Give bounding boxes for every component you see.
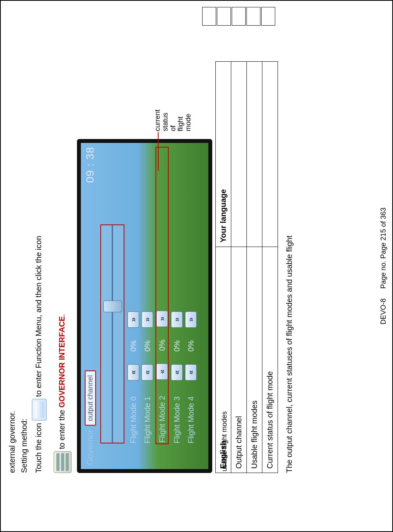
- increase-button[interactable]: »: [128, 311, 139, 328]
- governor-icon: [54, 451, 72, 473]
- annotation-line1: current status: [154, 110, 169, 131]
- footer-model: DEVO-8: [379, 299, 387, 325]
- screen-title: Governor: [85, 429, 95, 465]
- flight-mode-row: Flight Mode 4«0%»: [185, 147, 197, 443]
- para-external-governor: external governor.: [8, 7, 17, 473]
- text-enter-post: .: [58, 314, 66, 316]
- annotation-line2: of flight mode: [169, 114, 192, 131]
- flight-mode-label: Flight Mode 3: [173, 385, 182, 443]
- translation-table-wrap: English Your language Output channel Usa…: [215, 7, 278, 473]
- decrease-button[interactable]: «: [171, 364, 183, 381]
- row-current-status: Current status of flight mode: [262, 247, 278, 473]
- para-bottom: The output channel, current statuses of …: [285, 7, 294, 473]
- flight-mode-value: 0%: [143, 332, 152, 360]
- small-empty-cells: [201, 6, 276, 26]
- clock: 09 : 38: [84, 147, 96, 183]
- flight-mode-value: 0%: [173, 332, 182, 360]
- para-touch-icon: Touch the icon to enter Function Menu, a…: [32, 7, 47, 473]
- text-touch-pre: Touch the icon: [34, 423, 43, 473]
- row-current-status-lang: [262, 62, 278, 247]
- slider-thumb[interactable]: [103, 301, 122, 312]
- translation-table: English Your language Output channel Usa…: [215, 61, 278, 473]
- flight-mode-row: Flight Mode 3«0%»: [171, 147, 183, 443]
- row-usable-modes: Usable flight modes: [247, 247, 262, 473]
- content: external governor. Setting method: Touch…: [5, 7, 294, 473]
- increase-button[interactable]: »: [156, 311, 168, 327]
- footer-pageno: Page no. Page 215 of 363: [379, 207, 387, 289]
- decrease-button[interactable]: «: [185, 364, 197, 381]
- flight-mode-value: 0%: [187, 332, 196, 360]
- page-frame: external governor. Setting method: Touch…: [0, 0, 393, 532]
- row-usable-modes-lang: [247, 62, 262, 247]
- th-your-language: Your language: [216, 62, 231, 247]
- page-footer: DEVO-8 Page no. Page 215 of 363: [379, 207, 388, 324]
- flight-mode-label: Flight Mode 1: [143, 385, 152, 443]
- row-output-channel: Output channel: [231, 247, 247, 473]
- decrease-button[interactable]: «: [156, 363, 168, 380]
- flight-mode-value: 0%: [129, 332, 138, 360]
- flight-mode-label: Flight Mode 4: [187, 385, 196, 443]
- text-governor-interface: GOVERNOR INTERFACE: [58, 316, 66, 408]
- th-english: English: [216, 247, 231, 473]
- flight-mode-row: Flight Mode 1«0%»: [141, 147, 153, 443]
- flight-mode-label: Flight Mode 2: [158, 384, 167, 443]
- para-enter-interface: to enter the GOVERNOR INTERFACE.: [54, 7, 72, 473]
- annotation-current-status: current status of flight mode: [154, 110, 192, 131]
- output-channel-label: output channel: [85, 370, 96, 426]
- flight-mode-label: Flight Mode 0: [129, 385, 138, 443]
- increase-button[interactable]: »: [141, 311, 153, 328]
- governor-screenshot: Governor output channel 09 : 38 Flight M…: [77, 139, 212, 473]
- decrease-button[interactable]: «: [128, 364, 139, 381]
- increase-button[interactable]: »: [171, 311, 183, 328]
- function-menu-icon: [32, 399, 47, 421]
- flight-mode-row: Flight Mode 0«0%»: [128, 147, 139, 443]
- para-setting-method: Setting method:: [20, 7, 29, 473]
- row-output-channel-lang: [231, 62, 247, 247]
- flight-mode-value: 0%: [158, 332, 167, 359]
- increase-button[interactable]: »: [185, 311, 197, 328]
- flight-mode-row: Flight Mode 2«0%»: [155, 147, 169, 444]
- governor-slider[interactable]: [100, 224, 124, 443]
- decrease-button[interactable]: «: [141, 364, 153, 381]
- text-touch-post: to enter Function Menu, and then click t…: [34, 236, 43, 397]
- text-enter-pre: to enter the: [58, 408, 66, 449]
